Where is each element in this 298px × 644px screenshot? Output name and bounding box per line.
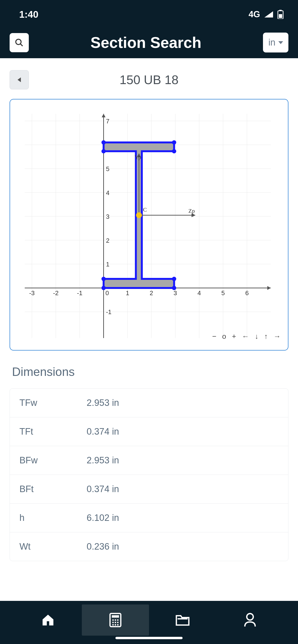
table-row: BFw 2.953 in	[10, 446, 288, 475]
dimensions-section: Dimensions TFw 2.953 in TFt 0.374 in BFw…	[10, 365, 288, 561]
section-header: 150 UB 18	[10, 70, 288, 89]
tab-files[interactable]	[149, 604, 216, 636]
svg-text:Yp: Yp	[135, 154, 141, 160]
home-icon	[41, 613, 55, 627]
svg-text:C: C	[143, 206, 147, 213]
dim-label: BFt	[20, 484, 87, 494]
calculator-icon	[109, 613, 122, 627]
svg-point-52	[172, 140, 176, 144]
search-button[interactable]	[10, 33, 29, 52]
content-area: 150 UB 18	[0, 58, 298, 601]
dim-label: h	[20, 513, 87, 523]
dimensions-table: TFw 2.953 in TFt 0.374 in BFw 2.953 in B…	[10, 388, 288, 561]
chevron-down-icon	[278, 41, 283, 44]
clock: 1:40	[19, 9, 38, 20]
search-icon	[15, 38, 24, 47]
svg-point-51	[172, 149, 176, 153]
pan-down-button[interactable]: ↓	[255, 332, 258, 340]
svg-point-66	[117, 619, 118, 621]
tab-bar	[0, 601, 298, 644]
tab-calculator[interactable]	[82, 604, 149, 636]
svg-text:-1: -1	[106, 308, 112, 315]
svg-text:3: 3	[106, 213, 109, 220]
zoom-reset-button[interactable]: o	[222, 332, 226, 340]
svg-point-69	[117, 622, 118, 623]
svg-point-50	[101, 149, 106, 153]
pan-right-button[interactable]: →	[273, 332, 281, 340]
network-label: 4G	[249, 9, 260, 20]
pan-left-button[interactable]: ←	[242, 332, 249, 340]
svg-text:5: 5	[106, 166, 109, 172]
zoom-in-button[interactable]: +	[232, 332, 236, 340]
svg-point-73	[247, 614, 253, 620]
svg-text:Zp: Zp	[188, 208, 195, 214]
svg-text:2: 2	[150, 290, 153, 296]
svg-text:1: 1	[106, 261, 109, 268]
svg-point-70	[112, 624, 114, 626]
svg-point-65	[115, 619, 116, 621]
svg-point-68	[115, 622, 116, 623]
svg-text:0: 0	[106, 290, 109, 296]
svg-text:3: 3	[174, 290, 177, 296]
dim-value: 0.374 in	[87, 426, 278, 437]
svg-text:5: 5	[221, 290, 225, 296]
page-title: Section Search	[35, 34, 257, 52]
svg-point-3	[16, 39, 21, 44]
svg-text:-3: -3	[29, 290, 35, 296]
svg-line-4	[20, 44, 23, 46]
tab-home[interactable]	[14, 604, 82, 636]
svg-text:1: 1	[126, 290, 129, 296]
svg-point-71	[115, 624, 116, 626]
svg-point-48	[172, 277, 176, 281]
svg-rect-63	[112, 615, 119, 618]
table-row: Wt 0.236 in	[10, 532, 288, 561]
svg-point-64	[112, 619, 114, 621]
svg-point-67	[112, 622, 114, 623]
svg-text:4: 4	[198, 290, 201, 296]
dim-value: 0.374 in	[87, 484, 278, 494]
dim-value: 2.953 in	[87, 398, 278, 408]
svg-marker-25	[267, 286, 271, 290]
svg-marker-27	[102, 114, 106, 118]
zoom-out-button[interactable]: −	[212, 332, 216, 340]
svg-point-49	[101, 277, 106, 281]
dim-label: Wt	[20, 542, 87, 552]
app-header: Section Search in	[0, 29, 298, 58]
tab-profile[interactable]	[216, 604, 284, 636]
svg-text:2: 2	[106, 237, 109, 244]
svg-text:-2: -2	[53, 290, 59, 296]
pan-up-button[interactable]: ↑	[264, 332, 268, 340]
svg-text:6: 6	[245, 290, 249, 296]
dim-value: 0.236 in	[87, 542, 278, 552]
svg-point-46	[101, 286, 106, 290]
home-indicator[interactable]	[115, 637, 183, 639]
table-row: TFw 2.953 in	[10, 388, 288, 417]
dimensions-title: Dimensions	[10, 365, 288, 379]
battery-icon	[277, 10, 284, 19]
dim-value: 6.102 in	[87, 513, 278, 523]
svg-point-53	[101, 140, 106, 144]
svg-text:7: 7	[106, 118, 109, 124]
section-diagram[interactable]: -3 -2 -1 0 1 2 3 4 5 6 1 2 3 4 5	[10, 99, 288, 350]
svg-rect-2	[279, 14, 282, 18]
dim-value: 2.953 in	[87, 455, 278, 466]
svg-point-72	[117, 624, 118, 626]
table-row: BFt 0.374 in	[10, 475, 288, 504]
folder-icon	[175, 614, 190, 626]
table-row: h 6.102 in	[10, 504, 288, 532]
status-bar: 1:40 4G	[0, 0, 298, 29]
dim-label: TFw	[20, 398, 87, 408]
unit-dropdown[interactable]: in	[263, 32, 288, 52]
svg-text:4: 4	[106, 190, 109, 196]
svg-point-47	[172, 286, 176, 290]
unit-value: in	[268, 38, 275, 48]
table-row: TFt 0.374 in	[10, 417, 288, 446]
chart-zoom-pan-controls[interactable]: − o + ← ↓ ↑ →	[212, 332, 281, 340]
dim-label: BFw	[20, 455, 87, 466]
section-name: 150 UB 18	[10, 72, 288, 87]
svg-point-60	[136, 212, 142, 218]
dim-label: TFt	[20, 426, 87, 437]
signal-icon	[264, 11, 273, 18]
svg-text:-1: -1	[77, 290, 83, 296]
user-icon	[244, 613, 256, 627]
